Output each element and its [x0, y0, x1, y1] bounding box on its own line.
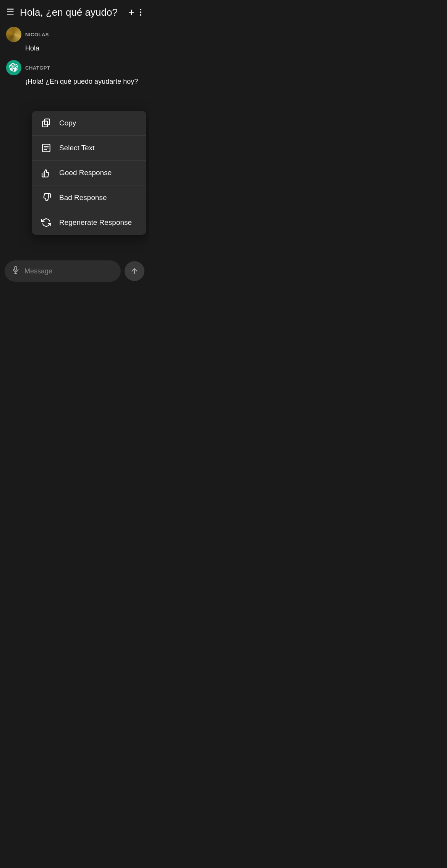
context-menu: Copy Select Text Good Resp	[32, 111, 146, 235]
select-text-icon	[41, 143, 52, 153]
copy-icon	[41, 118, 52, 128]
thumbs-up-icon	[41, 167, 52, 178]
context-menu-overlay[interactable]: Copy Select Text Good Resp	[0, 0, 149, 289]
context-menu-bad-response[interactable]: Bad Response	[32, 185, 146, 210]
context-menu-select-text[interactable]: Select Text	[32, 136, 146, 161]
context-menu-copy[interactable]: Copy	[32, 111, 146, 136]
copy-label: Copy	[59, 119, 76, 127]
regenerate-label: Regenerate Response	[59, 218, 132, 227]
select-text-label: Select Text	[59, 144, 95, 152]
bad-response-label: Bad Response	[59, 193, 107, 202]
context-menu-regenerate[interactable]: Regenerate Response	[32, 210, 146, 235]
good-response-label: Good Response	[59, 169, 112, 177]
context-menu-good-response[interactable]: Good Response	[32, 161, 146, 185]
regenerate-icon	[41, 217, 52, 228]
thumbs-down-icon	[41, 192, 52, 203]
